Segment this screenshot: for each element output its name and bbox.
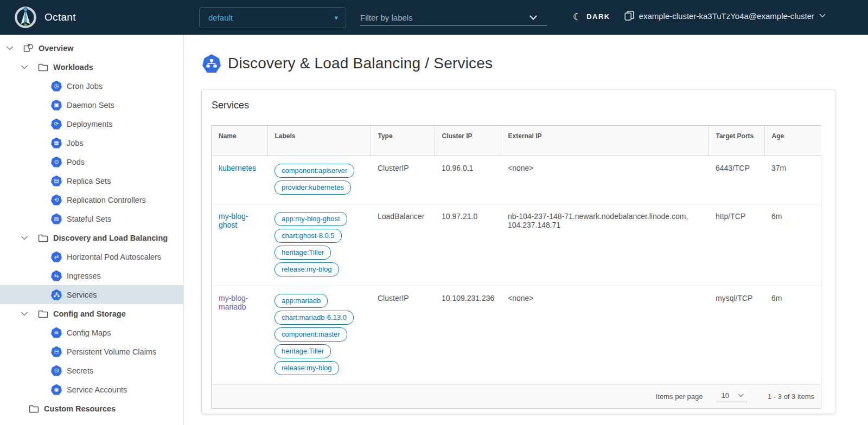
items-per-page-chevron-icon (738, 394, 744, 397)
label-badge[interactable]: app:mariadb (275, 294, 328, 308)
chevron-down-icon[interactable] (20, 65, 29, 69)
column-header-labels: Labels (267, 126, 371, 156)
column-header-name: Name (212, 126, 267, 156)
page-header: Discovery & Load Balancing / Services (202, 54, 868, 73)
persistent-volume-claims-icon: ⊟ (51, 346, 62, 357)
label-badge[interactable]: release:my-blog (275, 262, 339, 276)
folder-icon (38, 310, 48, 318)
cell-name: kubernetes (212, 156, 267, 204)
sidebar-item-label: Services (67, 291, 97, 299)
sidebar-item-replica-sets[interactable]: ▤Replica Sets (0, 171, 183, 190)
folder-icon (38, 234, 48, 242)
label-badge-wrap: app:my-blog-ghost (275, 212, 365, 226)
services-icon (51, 289, 62, 300)
services-table: NameLabelsTypeCluster IPExternal IPTarge… (212, 126, 822, 384)
chevron-down-icon[interactable] (5, 46, 14, 50)
label-badge[interactable]: app:my-blog-ghost (275, 212, 347, 226)
sidebar-item-workloads[interactable]: Workloads (0, 57, 183, 76)
items-per-page-select[interactable]: 10 (716, 390, 747, 402)
label-badge-wrap: heritage:Tiller (275, 246, 365, 260)
sidebar-item-jobs[interactable]: ▦Jobs (0, 133, 183, 152)
namespace-dropdown-value: default (208, 13, 334, 22)
label-badge-wrap: app:mariadb (275, 294, 365, 308)
column-header-age: Age (764, 126, 822, 156)
label-badge[interactable]: release:my-blog (275, 361, 339, 375)
sidebar-item-label: Discovery and Load Balancing (53, 234, 168, 242)
sidebar-item-cron-jobs[interactable]: ◷Cron Jobs (0, 76, 183, 95)
sidebar-item-custom-resources[interactable]: Custom Resources (0, 399, 183, 418)
card-title: Services (212, 100, 835, 111)
service-link[interactable]: my-blog-ghost (219, 212, 248, 229)
label-badge[interactable]: heritage:Tiller (275, 344, 331, 358)
column-header-cluster-ip: Cluster IP (435, 126, 501, 156)
filter-chevron-down-icon[interactable] (529, 15, 537, 20)
sidebar-item-persistent-volume-claims[interactable]: ⊟Persistent Volume Claims (0, 342, 183, 361)
cell-labels: app:mariadbchart:mariadb-6.13.0component… (267, 286, 371, 384)
label-badge-wrap: heritage:Tiller (275, 344, 365, 358)
sidebar-item-config-maps[interactable]: ≡Config Maps (0, 323, 183, 342)
sidebar-item-horizontal-pod-autoscalers[interactable]: ⇄Horizontal Pod Autoscalers (0, 247, 183, 266)
replication-controllers-icon: ⟲ (51, 195, 62, 205)
sidebar-item-label: Pods (67, 158, 85, 166)
service-link[interactable]: kubernetes (219, 164, 256, 172)
sidebar-item-pods[interactable]: ⊙Pods (0, 152, 183, 171)
label-badge-wrap: component:apiserver (275, 164, 365, 178)
namespace-dropdown[interactable]: default ▾ (199, 7, 346, 28)
sidebar-item-ingresses[interactable]: ⇆Ingresses (0, 266, 183, 285)
column-header-type: Type (371, 126, 435, 156)
stateful-sets-icon: ▥ (51, 214, 62, 224)
sidebar-item-discovery-and-load-balancing[interactable]: Discovery and Load Balancing (0, 228, 183, 247)
sidebar-item-services[interactable]: Services (0, 285, 183, 304)
items-per-page-label: Items per page (656, 392, 703, 401)
sidebar-item-label: Horizontal Pod Autoscalers (67, 253, 161, 261)
services-card: Services NameLabelsTypeCluster IPExterna… (201, 89, 835, 414)
cluster-selector[interactable]: example-cluster-ka3TuTzYo4a@example-clus… (624, 11, 826, 21)
sidebar-item-label: Overview (39, 44, 74, 53)
sidebar-item-secrets[interactable]: ⊡Secrets (0, 361, 183, 380)
label-badge[interactable]: provider:kubernetes (275, 181, 351, 195)
label-filter-input[interactable]: Filter by labels (360, 10, 547, 26)
label-badge[interactable]: component:master (275, 327, 347, 342)
folder-icon (38, 310, 48, 318)
chevron-down-icon[interactable] (20, 236, 29, 240)
label-badge[interactable]: heritage:Tiller (275, 246, 331, 260)
label-filter-placeholder: Filter by labels (360, 13, 529, 22)
jobs-icon: ▦ (51, 138, 62, 149)
chevron-down-icon[interactable] (20, 312, 29, 316)
dark-theme-toggle[interactable]: ☾ DARK (573, 11, 610, 22)
sidebar-item-label: Config and Storage (53, 310, 126, 318)
cell-type: LoadBalancer (371, 204, 435, 286)
folder-icon (29, 404, 39, 413)
folder-icon (38, 63, 48, 72)
label-badge[interactable]: chart:mariadb-6.13.0 (275, 311, 354, 325)
table-row: my-blog-ghostapp:my-blog-ghostchart:ghos… (212, 204, 822, 286)
horizontal-pod-autoscalers-icon: ⇄ (51, 252, 62, 262)
sidebar-item-config-and-storage[interactable]: Config and Storage (0, 304, 183, 323)
sidebar-item-label: Config Maps (67, 329, 111, 337)
label-badge[interactable]: chart:ghost-8.0.5 (275, 229, 342, 243)
cell-labels: component:apiserverprovider:kubernetes (267, 156, 371, 204)
cluster-chevron-down-icon (819, 14, 826, 18)
sidebar-item-label: Replication Controllers (67, 196, 146, 204)
sidebar-item-deployments[interactable]: ⟳Deployments (0, 114, 183, 133)
sidebar-item-label: Cron Jobs (67, 82, 103, 91)
sidebar-item-label: Jobs (67, 139, 84, 147)
service-accounts-icon: ◉ (51, 384, 62, 395)
service-link[interactable]: my-blog-mariadb (219, 294, 248, 311)
sidebar-item-overview[interactable]: Overview (0, 38, 183, 57)
cron-jobs-icon: ◷ (51, 81, 62, 92)
sidebar-item-replication-controllers[interactable]: ⟲Replication Controllers (0, 190, 183, 209)
label-badge[interactable]: component:apiserver (275, 164, 354, 178)
sidebar-item-service-accounts[interactable]: ◉Service Accounts (0, 380, 183, 399)
items-per-page-value: 10 (722, 391, 729, 400)
objects-icon (23, 43, 34, 53)
sidebar-item-stateful-sets[interactable]: ▥Stateful Sets (0, 209, 183, 228)
ingresses-icon: ⇆ (51, 271, 62, 281)
sidebar-item-daemon-sets[interactable]: ▣Daemon Sets (0, 95, 183, 114)
top-header-bar: Octant default ▾ Filter by labels ☾ DARK… (0, 0, 868, 35)
table-row: my-blog-mariadbapp:mariadbchart:mariadb-… (212, 286, 822, 384)
label-badge-wrap: provider:kubernetes (275, 181, 365, 195)
cell-external-ip: nb-104-237-148-71.newark.nodebalancer.li… (501, 204, 709, 286)
sidebar-navigation: OverviewWorkloads◷Cron Jobs▣Daemon Sets⟳… (0, 35, 184, 425)
cell-type: ClusterIP (371, 286, 435, 384)
